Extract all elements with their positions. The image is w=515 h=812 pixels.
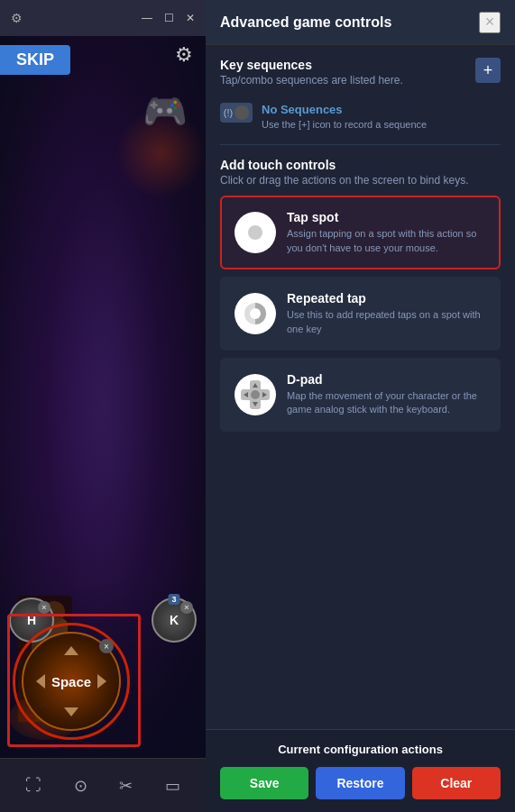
bottom-bar: ⛶ ⊙ ✂ ▭ [0,758,206,812]
key-sequences-section: Key sequences Tap/combo sequences are li… [220,58,501,158]
svg-point-4 [251,390,260,399]
seq-icon-circle [235,105,249,120]
space-button[interactable]: Space × [22,632,121,731]
space-close[interactable]: × [99,639,114,653]
touch-controls-subtitle: Click or drag the actions on the screen … [220,174,501,187]
hud-k-label: K [170,613,179,627]
add-sequence-button[interactable]: + [475,58,501,83]
settings-overlay-icon[interactable]: ⚙ [175,43,193,67]
panel-title: Advanced game controls [220,14,391,31]
maximize-button[interactable]: ☐ [161,10,177,26]
touch-controls-section: Add touch controls Click or drag the act… [220,158,501,456]
dpad-desc: Map the movement of your character or th… [287,389,486,417]
dpad-card[interactable]: D-pad Map the movement of your character… [220,358,501,432]
title-bar-controls: — ☐ ✕ [139,10,198,26]
title-bar-left: ⚙ — ☐ ✕ [0,0,206,36]
panel-body: Key sequences Tap/combo sequences are li… [206,45,515,729]
no-sequences-text: No Sequences Use the [+] icon to record … [262,103,427,132]
gear-icon[interactable]: ⚙ [7,9,25,27]
key-sequences-header-text: Key sequences Tap/combo sequences are li… [220,58,403,96]
fullscreen-icon[interactable]: ⛶ [25,776,41,795]
dpad-icon [235,374,276,415]
dpad-text: D-pad Map the movement of your character… [287,372,486,417]
tap-spot-card[interactable]: Tap spot Assign tapping on a spot with t… [220,196,501,269]
repeated-tap-text: Repeated tap Use this to add repeated ta… [287,291,486,336]
no-sequences-label: No Sequences [262,103,427,116]
repeated-tap-icon [235,293,276,334]
key-sequences-header: Key sequences Tap/combo sequences are li… [220,58,501,96]
space-button-outer: Space × [13,623,130,740]
tap-spot-text: Tap spot Assign tapping on a spot with t… [287,210,486,255]
hud-k-badge: 3 [168,594,179,605]
tap-spot-desc: Assign tapping on a spot with this actio… [287,227,486,255]
seq-icon-exclaim: (!) [224,107,233,118]
footer-title: Current configuration actions [220,743,501,756]
space-button-label: Space [51,674,91,689]
space-button-wrapper: Space × [13,623,130,740]
restore-button[interactable]: Restore [316,767,404,799]
key-sequences-subtitle: Tap/combo sequences are listed here. [220,74,403,87]
repeated-tap-card[interactable]: Repeated tap Use this to add repeated ta… [220,277,501,351]
dpad-title: D-pad [287,372,486,387]
close-button-left[interactable]: ✕ [182,10,198,26]
clear-button[interactable]: Clear [412,767,501,799]
no-sequences-row: (!) No Sequences Use the [+] icon to rec… [220,97,501,145]
skip-button[interactable]: SKIP [0,45,70,75]
key-sequences-title: Key sequences [220,58,403,72]
save-button[interactable]: Save [220,767,308,799]
panel-header: Advanced game controls × [206,0,515,45]
gamepad-icon: 🎮 [143,90,188,132]
right-panel: Advanced game controls × Key sequences T… [206,0,515,812]
location-icon[interactable]: ⊙ [74,776,87,796]
touch-controls-title: Add touch controls [220,158,501,172]
hud-button-k[interactable]: 3 K × [152,598,197,643]
scroll-spacer [220,439,501,457]
repeated-tap-desc: Use this to add repeated taps on a spot … [287,308,486,336]
hud-k-close[interactable]: × [180,601,193,614]
sequence-icon: (!) [220,103,253,123]
tap-spot-dot [248,225,262,240]
panel-footer: Current configuration actions Save Resto… [206,729,515,812]
minimize-button[interactable]: — [139,10,155,26]
game-panel: ⚙ — ☐ ✕ SKIP ⚙ 🎮 H × 3 K × [0,0,206,812]
svg-point-1 [250,308,261,319]
hud-h-close[interactable]: × [38,601,51,614]
tablet-icon[interactable]: ▭ [165,776,180,796]
repeated-tap-title: Repeated tap [287,291,486,306]
tap-spot-icon [235,212,276,253]
scissors-icon[interactable]: ✂ [119,776,133,796]
panel-close-button[interactable]: × [479,12,501,33]
tap-spot-title: Tap spot [287,210,486,224]
footer-buttons: Save Restore Clear [220,767,501,799]
no-sequences-desc: Use the [+] icon to record a sequence [262,118,427,132]
